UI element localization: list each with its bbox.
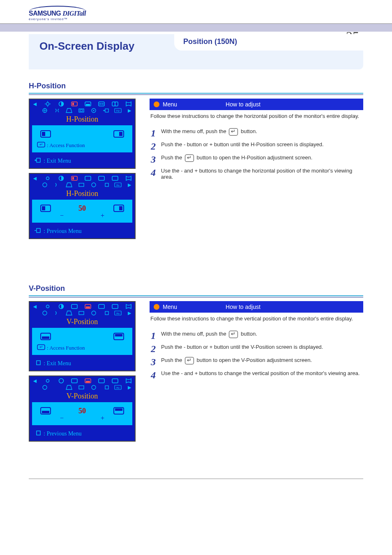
clear-moire-icon [53,385,61,390]
svg-rect-50 [37,228,40,233]
svg-text:Hz: Hz [116,184,120,187]
step-1: 1 With the menu off, push the button. [150,128,363,138]
shift-down-icon [39,332,52,341]
vsize-icon [111,175,119,181]
svg-rect-47 [42,206,45,210]
svg-rect-90 [37,431,40,435]
svg-text:↵: ↵ [39,345,43,349]
exit-text: : Exit Menu [44,360,71,367]
svg-point-51 [46,305,49,308]
contrast-icon [58,101,65,107]
step-text-before: Push the [161,357,182,363]
pincushion-icon [125,175,132,181]
exit-icon [34,228,41,235]
page-title: On-Screen Display [39,40,134,53]
svg-rect-53 [71,304,77,309]
logo-tagline: everyone's invited™ [29,17,392,21]
osd-vposition-adjust: ◄ Hz ► V-Position [29,375,136,442]
svg-point-73 [59,379,63,383]
vpos-icon [84,175,92,181]
svg-rect-76 [86,381,90,382]
shift-left-icon [39,129,52,138]
zoom-icon [78,310,85,316]
svg-text:Hz: Hz [116,109,120,112]
step-text-after: button to open the H-Position adjustment… [197,154,313,161]
enter-key-icon [185,357,194,364]
recall-icon [90,385,97,390]
hpos-icon [71,304,78,309]
step-3: 3 Push the button to open the V-Position… [150,357,363,367]
exit-icon [34,360,41,367]
svg-rect-9 [86,104,90,106]
section-heading-hposition: H-Position [29,82,363,94]
bar-menu: Menu [163,101,177,108]
trapezoid-icon [65,108,73,113]
zoom-icon [78,108,85,113]
osd-title: V-Position [30,392,135,402]
enter-key-icon [229,331,238,338]
svg-point-32 [46,177,49,180]
step-text-before: With the menu off, push the [161,331,226,337]
nav-left-icon: ◄ [32,304,38,310]
vposition-value: 50 [52,407,113,415]
step-text-after: button. [241,128,257,134]
section-heading-vposition: V-Position [29,284,363,296]
howto-bar: Menu How to adjust [150,99,363,110]
svg-point-0 [46,103,49,106]
svg-rect-49 [119,206,122,210]
contrast-icon [58,304,65,309]
svg-rect-18 [79,109,84,112]
nav-left-icon: ◄ [32,175,38,182]
howto-bar: Menu How to adjust [150,301,363,313]
bullet-icon [154,304,159,310]
osd-footer: : Previous Menu [30,428,135,441]
exit-icon [34,157,41,165]
menu-pos-icon [102,108,110,113]
svg-marker-59 [66,311,72,315]
pincushion-icon [125,101,132,107]
osd-title: H-Position [30,189,135,200]
enter-icon: ↵ [37,344,45,352]
brightness-icon [44,101,51,107]
svg-rect-71 [37,361,40,365]
osd-footer: : Exit Menu [30,155,135,168]
svg-rect-68 [115,334,122,336]
svg-rect-56 [99,304,104,309]
pincushion-icon [125,304,132,309]
osd-hposition-menu: ◄ Hz ► H-Position [29,99,136,169]
plus-minus-row: −+ [35,212,129,219]
hposition-value: 50 [52,204,113,213]
shift-left-icon [39,204,52,213]
step-4: 4 Use the - and + buttons to change the … [150,370,363,380]
vsize-icon [111,304,119,309]
clear-moire-icon [53,182,61,188]
svg-rect-78 [112,379,118,383]
prev-menu-text: : Previous Menu [44,431,82,437]
menu-pos-icon [102,385,110,390]
access-text: : Access Function [47,142,85,149]
svg-point-72 [46,380,49,382]
svg-point-82 [92,385,96,389]
svg-rect-83 [105,386,108,389]
svg-point-61 [92,311,96,315]
step-number: 1 [150,128,157,138]
hz-icon: Hz [114,385,122,390]
recall-icon [90,182,97,188]
svg-rect-35 [72,177,74,180]
svg-rect-87 [42,411,49,413]
svg-rect-60 [79,311,84,315]
step-text: Push the - button or + button until the … [161,141,324,147]
step-text-before: Push the [161,154,182,161]
step-3: 3 Push the button to open the H-Position… [150,154,363,164]
step-2: 2 Push the - button or + button until th… [150,141,363,151]
bar-menu: Menu [163,304,177,310]
step-text: Push the - button or + button until the … [161,344,323,350]
contrast-icon [58,175,65,181]
step-4: 4 Use the - and + buttons to change the … [150,168,363,180]
section-desc: Follow these instructions to change the … [150,315,363,322]
header-separator [0,23,392,32]
svg-point-42 [92,183,96,187]
header: SAMSUNG DIGITall everyone's invited™ 25 [0,0,392,23]
nav-right-icon: ► [127,310,132,317]
trapezoid-icon [65,310,73,316]
